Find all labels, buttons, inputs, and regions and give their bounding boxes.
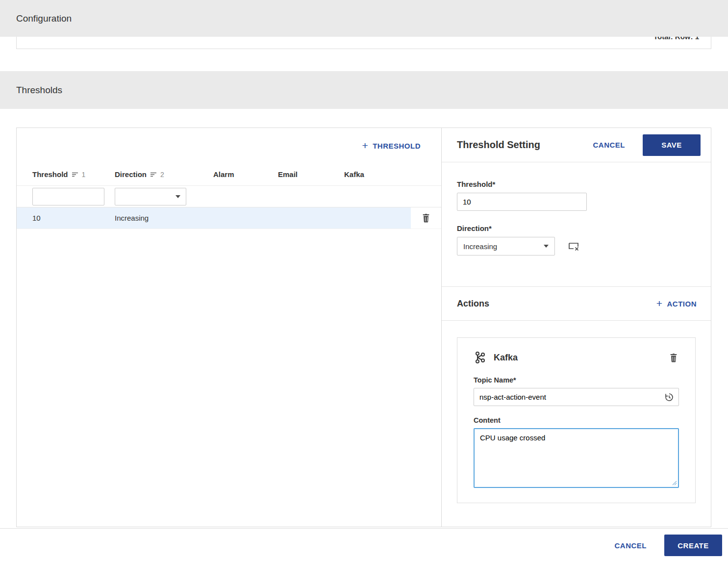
add-action-button[interactable]: + ACTION	[656, 299, 697, 309]
restore-history-button[interactable]	[663, 391, 675, 403]
threshold-setting-panel: Threshold Setting CANCEL SAVE Threshold*…	[442, 128, 711, 527]
actions-header: Actions + ACTION	[442, 286, 711, 321]
topic-name-input[interactable]	[474, 388, 679, 406]
add-action-label: ACTION	[667, 300, 697, 308]
column-label: Direction	[115, 170, 147, 179]
thresholds-section-header: Thresholds	[0, 71, 728, 109]
kafka-action-card: Kafka Topic Name*	[457, 337, 696, 503]
direction-select[interactable]: Increasing	[457, 237, 555, 255]
threshold-field-label: Threshold*	[457, 180, 711, 188]
direction-field-label: Direction*	[457, 224, 711, 232]
sort-icon	[150, 172, 157, 177]
column-header-alarm[interactable]: Alarm	[213, 170, 278, 179]
clear-selection-button[interactable]	[567, 240, 580, 252]
thresholds-table-panel: + THRESHOLD Threshold 1 Direction 2	[17, 128, 442, 527]
cell-direction: Increasing	[115, 207, 213, 229]
footer-bar: CANCEL CREATE	[0, 528, 728, 562]
content-label: Content	[474, 416, 679, 424]
configuration-section-header: Configuration	[0, 0, 728, 37]
delete-threshold-button[interactable]	[421, 212, 431, 224]
action-card-header: Kafka	[474, 351, 679, 364]
trash-icon	[422, 213, 430, 223]
save-button[interactable]: SAVE	[643, 134, 701, 156]
setting-cancel-button[interactable]: CANCEL	[593, 141, 626, 149]
create-button[interactable]: CREATE	[664, 535, 722, 556]
column-label: Threshold	[32, 170, 68, 179]
restore-history-icon	[664, 392, 674, 402]
topic-name-label: Topic Name*	[474, 376, 679, 384]
chevron-down-icon	[544, 245, 549, 248]
direction-filter-select[interactable]	[115, 188, 186, 205]
table-header-row: Threshold 1 Direction 2 Alarm Email Kafk…	[17, 163, 441, 186]
add-threshold-label: THRESHOLD	[373, 142, 421, 150]
cell-kafka	[344, 207, 411, 229]
table-row[interactable]: 10 Increasing	[17, 207, 441, 229]
resize-handle[interactable]	[672, 481, 677, 485]
threshold-filter-input[interactable]	[32, 188, 104, 205]
action-card-title: Kafka	[494, 353, 661, 363]
column-header-kafka[interactable]: Kafka	[344, 170, 441, 179]
chevron-down-icon	[176, 195, 180, 198]
delete-action-button[interactable]	[668, 352, 679, 363]
add-threshold-button[interactable]: + THRESHOLD	[362, 141, 421, 151]
total-rows-text: Total: Row: 1	[653, 37, 699, 41]
threshold-input[interactable]	[457, 193, 587, 211]
configuration-table-footer: Total: Row: 1	[16, 37, 711, 49]
table-filter-row	[17, 186, 441, 207]
plus-icon: +	[362, 140, 368, 151]
plus-icon: +	[656, 298, 663, 308]
column-header-direction[interactable]: Direction 2	[115, 170, 213, 179]
column-header-threshold[interactable]: Threshold 1	[17, 170, 115, 179]
actions-title: Actions	[457, 299, 656, 309]
content-textarea[interactable]: CPU usage crossed	[474, 428, 679, 488]
resize-handle-icon	[672, 481, 677, 485]
setting-panel-title: Threshold Setting	[457, 139, 593, 151]
thresholds-title: Thresholds	[16, 85, 62, 96]
clear-selection-icon	[568, 241, 579, 251]
kafka-icon	[474, 351, 486, 364]
cell-alarm	[213, 207, 278, 229]
cell-threshold: 10	[17, 207, 115, 229]
column-header-email[interactable]: Email	[278, 170, 344, 179]
setting-header: Threshold Setting CANCEL SAVE	[442, 128, 711, 162]
column-label: Alarm	[213, 170, 234, 179]
table-toolbar: + THRESHOLD	[17, 128, 441, 163]
column-label: Email	[278, 170, 298, 179]
direction-select-value: Increasing	[463, 242, 497, 251]
cell-email	[278, 207, 344, 229]
sort-order: 2	[160, 171, 164, 179]
thresholds-panel: + THRESHOLD Threshold 1 Direction 2	[16, 128, 711, 527]
trash-icon	[669, 353, 678, 362]
sort-icon	[72, 172, 78, 177]
sort-order: 1	[82, 171, 86, 179]
column-label: Kafka	[344, 170, 364, 179]
configuration-title: Configuration	[16, 13, 72, 24]
setting-body: Threshold* Direction* Increasing	[442, 162, 711, 255]
footer-cancel-button[interactable]: CANCEL	[615, 541, 647, 550]
